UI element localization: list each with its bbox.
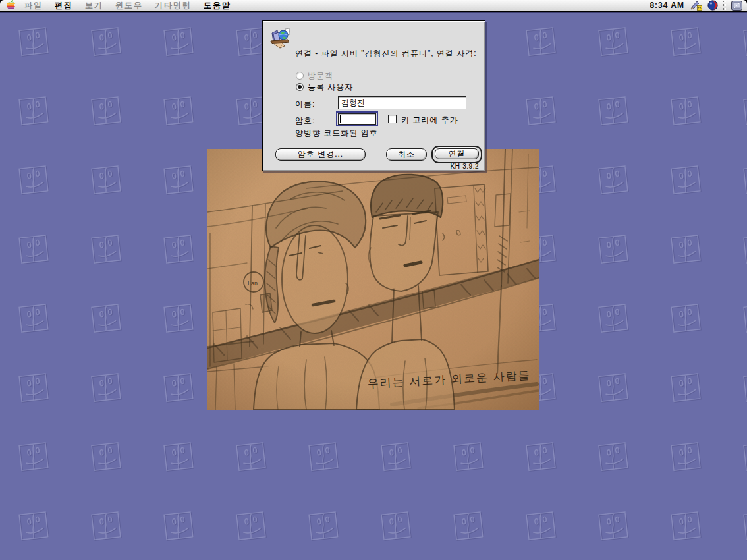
appleshare-file-server-icon: [269, 26, 291, 49]
desktop: Lan 우리는 서로가 외로운 사람들 연결 - 파일 서버 "김형진의 컴: [0, 12, 747, 560]
add-to-keychain-checkbox[interactable]: [388, 115, 397, 123]
apple-menu[interactable]: [7, 0, 16, 11]
menu-window: 윈도우: [109, 0, 149, 11]
connect-button[interactable]: 연결: [435, 148, 479, 159]
name-input[interactable]: [338, 96, 466, 109]
radio-guest-circle: [296, 72, 304, 80]
connect-dialog: 연결 - 파일 서버 "김형진의 컴퓨터", 연결 자격: 방문객 등록 사용자…: [262, 20, 485, 171]
menu-file: 파일: [18, 0, 49, 11]
screen: 파일 편집 보기 윈도우 기타명령 도움말 8:34 AM: [0, 0, 747, 560]
radio-registered-circle[interactable]: [296, 83, 304, 91]
menu-view: 보기: [79, 0, 109, 11]
radio-registered-user[interactable]: 등록 사용자: [296, 82, 353, 92]
menu-bar: 파일 편집 보기 윈도우 기타명령 도움말 8:34 AM: [0, 0, 747, 11]
encryption-note: 양방향 코드화된 암호: [295, 128, 378, 139]
menu-edit[interactable]: 편집: [49, 0, 79, 11]
password-label: 암호:: [295, 115, 315, 126]
menu-bar-divider: [723, 1, 726, 10]
menu-bar-clock[interactable]: 8:34 AM: [650, 1, 684, 10]
default-button-ring: 연결: [431, 146, 482, 163]
add-to-keychain-label: 키 고리에 추가: [401, 115, 458, 126]
menu-other-commands: 기타명령: [149, 0, 198, 11]
input-method-pen-icon[interactable]: [690, 0, 702, 11]
desktop-picture: Lan 우리는 서로가 외로운 사람들: [208, 149, 539, 410]
radio-guest: 방문객: [296, 71, 333, 80]
cancel-button[interactable]: 취소: [386, 148, 427, 161]
dialog-title: 연결 - 파일 서버 "김형진의 컴퓨터", 연결 자격:: [295, 48, 482, 59]
sketch-drawing: Lan 우리는 서로가 외로운 사람들: [208, 149, 539, 410]
radio-registered-label: 등록 사용자: [308, 82, 353, 93]
client-version: KH-3.9.2: [451, 163, 479, 170]
apple-logo-icon: [7, 0, 16, 11]
change-password-button[interactable]: 암호 변경...: [275, 148, 366, 161]
radio-guest-label: 방문객: [308, 70, 333, 82]
menu-help[interactable]: 도움말: [198, 0, 237, 11]
text-caret: [340, 115, 341, 123]
application-menu-icon[interactable]: [731, 1, 742, 11]
password-input[interactable]: [338, 113, 376, 125]
menu-bar-right: 8:34 AM: [650, 0, 747, 11]
korean-input-round-icon[interactable]: [707, 0, 718, 11]
name-label: 이름:: [295, 99, 315, 110]
